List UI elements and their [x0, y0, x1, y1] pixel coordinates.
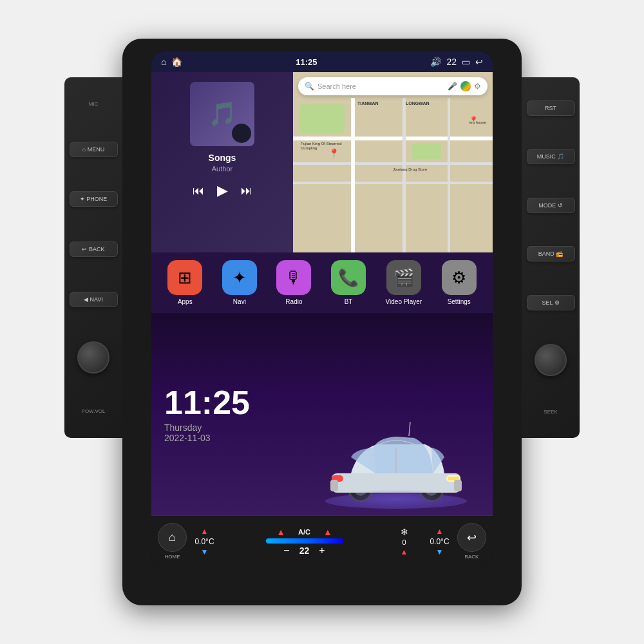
- settings-icon-glyph: ⚙: [451, 268, 466, 288]
- seek-label: SEEK: [544, 409, 557, 415]
- volume-knob[interactable]: [77, 341, 109, 374]
- left-temp-value: 0.0°C: [194, 537, 214, 546]
- bottom-section: 11:25 Thursday 2022-11-03: [151, 313, 493, 515]
- menu-button[interactable]: ⌂ MENU: [70, 142, 118, 157]
- fan-icon: ❄: [401, 527, 408, 537]
- status-time: 11:25: [296, 57, 317, 67]
- status-right-icons: 🔊 22 ▭ ↩: [430, 57, 483, 67]
- ac-section: ▲ A/C ▲ − 22 +: [225, 527, 383, 556]
- radio-icon-label: Radio: [285, 298, 302, 305]
- left-control-panel: MIC ⌂ MENU ✦ PHONE ↩ BACK ◀ NAVI POW.VOL: [64, 77, 122, 438]
- home-status-icon: ⌂: [161, 57, 166, 67]
- right-temp-section: ▲ 0.0°C ▼: [422, 527, 457, 556]
- map-background: TIANWAN LONGWAN Fujian King Of Steamed D…: [293, 72, 493, 252]
- radio-icon-item[interactable]: 🎙 Radio: [276, 260, 311, 305]
- mode-button[interactable]: MODE ↺: [527, 198, 575, 213]
- ac-label: A/C: [298, 528, 310, 536]
- navi-icon-label: Navi: [233, 298, 246, 305]
- home2-status-icon: 🏠: [171, 57, 182, 67]
- pow-vol-label: POW.VOL: [82, 408, 106, 414]
- ac-minus-button[interactable]: −: [283, 545, 289, 556]
- song-title: Songs: [209, 153, 236, 163]
- bt-icon-glyph: 📞: [338, 268, 359, 288]
- day-label: Thursday: [164, 422, 250, 433]
- apps-icon-glyph: ⊞: [178, 268, 192, 288]
- music-button[interactable]: MUSIC 🎵: [527, 149, 575, 164]
- sel-button[interactable]: SEL ⚙: [527, 295, 575, 310]
- apps-icon-item[interactable]: ⊞ Apps: [167, 260, 202, 305]
- back-nav-icon: ↩: [475, 57, 483, 67]
- music-controls: ⏮ ▶ ⏭: [193, 182, 252, 199]
- home-icon: ⌂: [169, 531, 176, 544]
- fan-up-arrow[interactable]: ▲: [401, 547, 408, 556]
- car-image: [306, 406, 486, 509]
- map-search-placeholder: Search here: [317, 82, 444, 90]
- clock-area: 11:25 Thursday 2022-11-03: [164, 386, 250, 443]
- bt-icon-item[interactable]: 📞 BT: [331, 260, 366, 305]
- google-icon: [460, 81, 471, 91]
- music-player: 🎵 Songs Author ⏮ ▶ ⏭: [151, 72, 293, 252]
- play-button[interactable]: ▶: [217, 182, 228, 199]
- screen-bezel: ⌂ 🏠 11:25 🔊 22 ▭ ↩ 🎵 Songs: [151, 52, 493, 567]
- volume-value: 22: [446, 57, 457, 67]
- bt-icon-circle: 📞: [331, 260, 366, 295]
- ac-plus-button[interactable]: +: [319, 545, 325, 556]
- ac-progress-bar: [266, 538, 343, 544]
- map-area[interactable]: TIANWAN LONGWAN Fujian King Of Steamed D…: [293, 72, 493, 252]
- prev-button[interactable]: ⏮: [193, 184, 204, 198]
- phone-button[interactable]: ✦ PHONE: [70, 191, 118, 207]
- ac-up-arrow[interactable]: ▲: [276, 527, 285, 537]
- video-icon-label: Video Player: [386, 298, 422, 305]
- seek-knob[interactable]: [535, 344, 567, 376]
- settings-icon-item[interactable]: ⚙ Settings: [442, 260, 477, 305]
- back-section: ↩ BACK: [457, 523, 486, 560]
- map-search-icon: 🔍: [305, 82, 314, 91]
- car-shadow: [332, 489, 460, 509]
- video-icon-circle: 🎬: [386, 260, 421, 295]
- ac-value: 22: [299, 545, 310, 556]
- left-temp-up-arrow[interactable]: ▲: [201, 527, 209, 536]
- map-voice-icon: 🎤: [448, 82, 457, 91]
- back-button[interactable]: ↩: [457, 523, 486, 552]
- back-button-left[interactable]: ↩ BACK: [70, 242, 118, 257]
- navi-icon-circle: ✦: [222, 260, 257, 295]
- radio-icon-glyph: 🎙: [285, 268, 302, 288]
- settings-icon-label: Settings: [448, 298, 471, 305]
- svg-rect-10: [454, 480, 462, 491]
- right-temp-down-arrow[interactable]: ▼: [436, 547, 444, 556]
- bottom-control-bar: ⌂ HOME ▲ 0.0°C ▼ ▲ A/C ▲: [151, 515, 493, 567]
- back-icon: ↩: [467, 531, 477, 545]
- map-search-bar[interactable]: 🔍 Search here 🎤 ⚙: [298, 77, 488, 95]
- ac-right-arrow[interactable]: ▲: [323, 527, 332, 537]
- apps-icon-circle: ⊞: [167, 260, 202, 295]
- radio-icon-circle: 🎙: [276, 260, 311, 295]
- app-icons-row: ⊞ Apps ✦ Navi 🎙 Radio: [151, 252, 493, 313]
- rst-button[interactable]: RST: [527, 100, 575, 116]
- fan-value: 0: [402, 538, 406, 546]
- left-temp-down-arrow[interactable]: ▼: [201, 547, 209, 556]
- navi-icon-item[interactable]: ✦ Navi: [222, 260, 257, 305]
- volume-icon: 🔊: [430, 57, 441, 67]
- right-temp-value: 0.0°C: [430, 537, 449, 546]
- navi-button-left[interactable]: ◀ NAVI: [70, 292, 118, 307]
- svg-rect-11: [330, 480, 338, 491]
- battery-icon: ▭: [462, 57, 470, 67]
- big-clock: 11:25: [164, 386, 250, 419]
- next-button[interactable]: ⏭: [241, 184, 252, 198]
- svg-line-12: [409, 422, 410, 436]
- status-bar: ⌂ 🏠 11:25 🔊 22 ▭ ↩: [151, 52, 493, 72]
- apps-icon-label: Apps: [178, 298, 193, 305]
- video-icon-glyph: 🎬: [393, 268, 414, 288]
- left-temp-section: ▲ 0.0°C ▼: [187, 527, 222, 556]
- top-section: 🎵 Songs Author ⏮ ▶ ⏭: [151, 72, 493, 252]
- band-button[interactable]: BAND 📻: [527, 246, 575, 261]
- map-settings-icon[interactable]: ⚙: [474, 82, 481, 91]
- mic-label: MIC: [89, 101, 99, 107]
- fan-section: ❄ 0 ▲: [386, 527, 422, 556]
- status-left-icons: ⌂ 🏠: [161, 57, 182, 67]
- video-icon-item[interactable]: 🎬 Video Player: [386, 260, 422, 305]
- navi-icon-glyph: ✦: [232, 268, 247, 288]
- home-button[interactable]: ⌂: [158, 523, 187, 552]
- right-temp-up-arrow[interactable]: ▲: [436, 527, 444, 536]
- car-head-unit: MIC ⌂ MENU ✦ PHONE ↩ BACK ◀ NAVI POW.VOL…: [122, 39, 522, 605]
